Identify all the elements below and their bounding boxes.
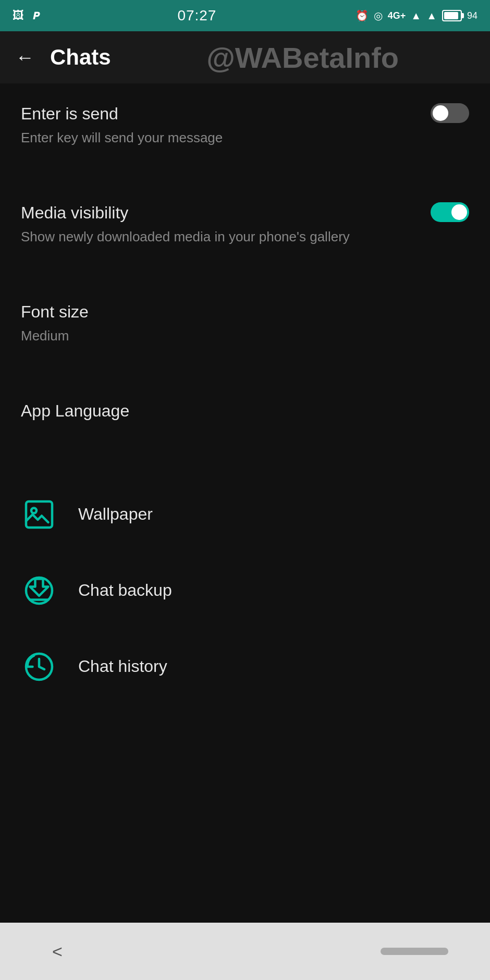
chat-backup-label: Chat backup xyxy=(78,581,172,600)
nav-back-button[interactable]: < xyxy=(42,936,73,967)
enter-is-send-toggle[interactable] xyxy=(431,103,469,123)
chat-backup-icon xyxy=(21,572,57,609)
media-visibility-subtitle: Show newly downloaded media in your phon… xyxy=(21,227,420,246)
battery-percentage: 94 xyxy=(467,10,477,21)
enter-is-send-item[interactable]: Enter is send Enter key will send your m… xyxy=(0,83,490,167)
battery-tip xyxy=(462,13,464,18)
battery-fill xyxy=(444,12,458,19)
location-icon: ◎ xyxy=(374,9,383,22)
app-language-title: App Language xyxy=(21,400,469,422)
wallpaper-label: Wallpaper xyxy=(78,505,153,524)
page-title: Chats xyxy=(50,45,111,70)
status-bar-right-icons: ⏰ ◎ 4G+ ▲ ▲ 94 xyxy=(356,9,477,22)
settings-content: Enter is send Enter key will send your m… xyxy=(0,83,490,923)
font-size-text: Font size Medium xyxy=(21,301,469,345)
media-visibility-control[interactable] xyxy=(431,202,469,222)
enter-is-send-title: Enter is send xyxy=(21,103,420,125)
svg-point-1 xyxy=(31,508,36,513)
font-size-title: Font size xyxy=(21,301,469,323)
signal-bars-icon: ▲ xyxy=(411,10,421,22)
media-visibility-item[interactable]: Media visibility Show newly downloaded m… xyxy=(0,182,490,266)
app-language-text: App Language xyxy=(21,400,469,425)
media-visibility-title: Media visibility xyxy=(21,202,420,224)
media-visibility-toggle-knob xyxy=(451,204,467,220)
chat-history-icon xyxy=(21,648,57,685)
nav-bar: < xyxy=(0,923,490,980)
history-svg xyxy=(23,651,55,682)
media-visibility-text: Media visibility Show newly downloaded m… xyxy=(21,202,420,246)
p-icon: 𝙋 xyxy=(32,10,39,22)
nav-pill xyxy=(381,948,448,955)
backup-svg xyxy=(23,575,55,606)
svg-rect-0 xyxy=(26,501,52,528)
watermark: @WABetaInfo xyxy=(206,41,399,75)
status-bar: 🖼 𝙋 07:27 ⏰ ◎ 4G+ ▲ ▲ 94 xyxy=(0,0,490,31)
page-header: ← Chats @WABetaInfo xyxy=(0,31,490,83)
font-size-item[interactable]: Font size Medium xyxy=(0,281,490,365)
wallpaper-icon xyxy=(21,496,57,533)
chat-history-item[interactable]: Chat history xyxy=(0,629,490,705)
media-visibility-toggle[interactable] xyxy=(431,202,469,222)
image-icon: 🖼 xyxy=(13,9,24,22)
status-bar-left-icons: 🖼 𝙋 xyxy=(13,9,39,22)
status-time: 07:27 xyxy=(177,7,216,24)
alarm-icon: ⏰ xyxy=(356,9,369,22)
wallpaper-item[interactable]: Wallpaper xyxy=(0,476,490,553)
app-language-item[interactable]: App Language xyxy=(0,381,490,445)
signal-4g-icon: 4G+ xyxy=(388,10,406,21)
chat-backup-item[interactable]: Chat backup xyxy=(0,553,490,629)
enter-is-send-control[interactable] xyxy=(431,103,469,123)
enter-is-send-text: Enter is send Enter key will send your m… xyxy=(21,103,420,147)
battery-indicator xyxy=(442,10,462,21)
chat-history-label: Chat history xyxy=(78,657,167,676)
enter-is-send-toggle-knob xyxy=(433,105,448,121)
back-button[interactable]: ← xyxy=(16,46,34,68)
font-size-value: Medium xyxy=(21,326,469,345)
enter-is-send-subtitle: Enter key will send your message xyxy=(21,128,420,147)
wallpaper-svg xyxy=(23,499,55,530)
wifi-icon: ▲ xyxy=(426,10,437,22)
